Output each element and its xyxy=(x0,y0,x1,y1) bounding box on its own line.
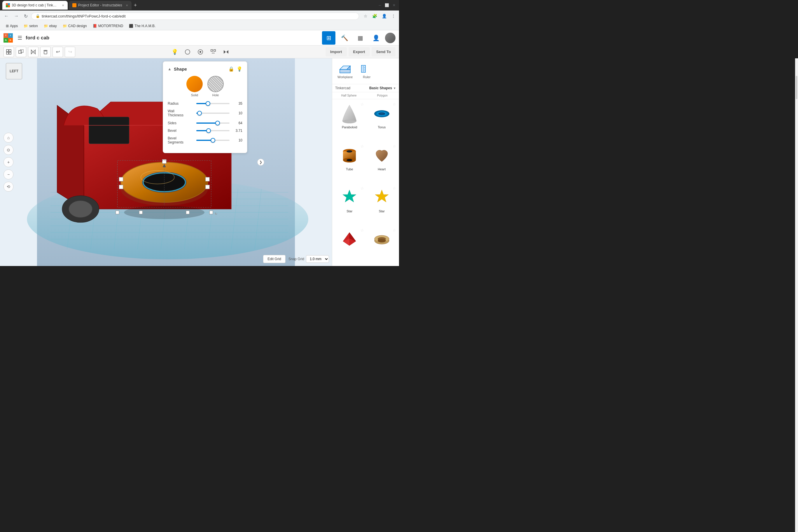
bevel-slider-row: Bevel 3.71 xyxy=(168,129,242,133)
icosahedron-shape-item[interactable]: ☆ xyxy=(334,227,365,264)
hammer-button[interactable]: 🔨 xyxy=(338,31,351,45)
star-button[interactable]: ☆ xyxy=(363,13,369,20)
star-gold-fav-star[interactable]: ☆ xyxy=(393,186,396,190)
icosahedron-fav-star[interactable]: ☆ xyxy=(361,228,364,232)
lock-icon[interactable]: 🔒 xyxy=(228,66,234,72)
workplane-button[interactable]: Workplane xyxy=(335,61,355,81)
tube-shape-item[interactable]: ☆ xyxy=(334,143,365,184)
logo-n: N xyxy=(3,38,8,43)
bevel-segments-slider[interactable] xyxy=(196,140,230,141)
bottom-controls: Edit Grid Snap Grid 1.0 mm 0.1 mm 0.5 mm… xyxy=(263,255,329,263)
extensions-button[interactable]: 🧩 xyxy=(371,13,378,20)
bookmark-motortrend[interactable]: 📕 MOTORTREND xyxy=(90,23,126,29)
profile-button[interactable]: 👤 xyxy=(381,13,388,20)
refresh-button[interactable]: ↻ xyxy=(22,12,30,20)
align-tool-button[interactable] xyxy=(208,46,219,57)
snap-grid-control: Snap Grid 1.0 mm 0.1 mm 0.5 mm 2.0 mm 5.… xyxy=(288,255,329,263)
left-controls: ⌂ ⊙ + − ⟲ xyxy=(3,133,14,192)
view-cube-face[interactable]: LEFT xyxy=(6,63,22,79)
logo-t: T xyxy=(3,33,8,38)
category-label: Basic Shapes xyxy=(369,86,392,90)
menu-icon[interactable]: ☰ xyxy=(18,35,22,41)
export-button[interactable]: Export xyxy=(348,47,370,56)
perspective-button[interactable]: ⟲ xyxy=(3,182,14,192)
flip-tool-button[interactable] xyxy=(221,46,232,57)
svg-marker-20 xyxy=(226,50,228,54)
star-teal-fav-star[interactable]: ☆ xyxy=(361,186,364,190)
torus-fav-star[interactable]: ☆ xyxy=(393,102,396,107)
group-button[interactable] xyxy=(3,47,14,57)
view-cube[interactable]: LEFT xyxy=(6,63,22,79)
tab-tinkercad[interactable]: 3D design ford c cab | Tinkercad ✕ xyxy=(2,1,68,10)
sides-slider[interactable] xyxy=(196,122,230,124)
delete-button[interactable] xyxy=(40,47,51,57)
mirror-button[interactable] xyxy=(28,47,38,57)
bookmark-ebay[interactable]: 📁 ebay xyxy=(41,23,59,29)
tube-fav-star[interactable]: ☆ xyxy=(361,144,364,149)
undo-button[interactable]: ↩ xyxy=(53,47,63,57)
panel-collapse-button[interactable]: ▲ xyxy=(168,67,171,71)
tab-close-tinkercad[interactable]: ✕ xyxy=(62,4,64,7)
torus-shape-item[interactable]: ☆ xyxy=(366,101,398,142)
minimize-button[interactable]: ─ xyxy=(377,2,382,8)
solid-shape-button[interactable]: Solid xyxy=(186,76,203,97)
svg-marker-84 xyxy=(343,190,356,202)
light-tool-button[interactable]: 💡 xyxy=(169,46,180,57)
half-sphere-item[interactable]: Half Sphere xyxy=(332,93,366,98)
heart-shape-item[interactable]: ☆ Heart xyxy=(366,143,398,184)
forward-button[interactable]: → xyxy=(12,12,20,20)
ruler-button[interactable]: Ruler xyxy=(358,61,375,81)
snap-grid-select[interactable]: 1.0 mm 0.1 mm 0.5 mm 2.0 mm 5.0 mm xyxy=(306,255,329,263)
maximize-button[interactable]: ⬜ xyxy=(383,2,390,8)
back-button[interactable]: ← xyxy=(2,12,11,20)
sendto-button[interactable]: Send To xyxy=(372,47,396,56)
tab-instructables[interactable]: Project Editor - Instructables ✕ xyxy=(69,1,132,10)
tab-close-instructables[interactable]: ✕ xyxy=(126,4,128,7)
light-panel-icon[interactable]: 💡 xyxy=(236,66,242,72)
viewport[interactable]: ↻ LEFT ⌂ ⊙ + − ⟲ ▲ xyxy=(0,58,332,266)
project-name[interactable]: ford c cab xyxy=(26,35,49,41)
heart-fav-star[interactable]: ☆ xyxy=(393,144,396,149)
ungroup-button[interactable] xyxy=(16,47,26,57)
zoom-in-button[interactable]: + xyxy=(3,157,14,167)
shape-tool1-button[interactable] xyxy=(182,46,193,57)
radius-slider[interactable] xyxy=(196,103,230,104)
zoom-out-button[interactable]: − xyxy=(3,169,14,179)
paraboloid-shape-item[interactable]: ☆ Parabolo xyxy=(334,101,365,142)
new-tab-button[interactable]: + xyxy=(133,1,138,10)
edit-grid-button[interactable]: Edit Grid xyxy=(263,255,286,263)
home-view-button[interactable]: ⌂ xyxy=(3,133,14,142)
shape-tool2-button[interactable] xyxy=(195,46,206,57)
user-avatar[interactable] xyxy=(385,33,396,43)
svg-rect-16 xyxy=(211,50,213,51)
address-bar[interactable]: 🔒 tinkercad.com/things/ltNPTvPowcJ-ford-… xyxy=(31,13,359,20)
star-teal-shape-item[interactable]: ☆ Star xyxy=(334,185,365,226)
workplane-ruler-buttons: Workplane Ruler xyxy=(335,61,375,81)
star-gold-shape-item[interactable]: ☆ Star xyxy=(366,185,398,226)
panel-toggle-button[interactable]: ❯ xyxy=(257,159,264,166)
bevel-slider[interactable] xyxy=(196,130,230,131)
svg-rect-57 xyxy=(162,159,166,164)
menu-button[interactable]: ⋮ xyxy=(390,13,397,20)
wall-thickness-slider[interactable] xyxy=(196,113,230,114)
ring-fav-star[interactable]: ☆ xyxy=(393,228,396,232)
bookmark-hamb[interactable]: ⬛ The H.A.M.B. xyxy=(127,23,158,29)
bevel-segments-label: BevelSegments xyxy=(168,136,194,145)
add-user-button[interactable]: 👤 xyxy=(369,31,383,45)
import-button[interactable]: Import xyxy=(325,47,346,56)
close-window-button[interactable]: ✕ xyxy=(392,2,397,8)
bookmark-cad[interactable]: 📁 CAD design xyxy=(60,23,89,29)
polygon-item[interactable]: Polygon xyxy=(366,93,399,98)
redo-button[interactable]: ↪ xyxy=(65,47,75,57)
layers-button[interactable]: ▦ xyxy=(354,31,367,45)
grid-view-button[interactable]: ⊞ xyxy=(322,31,336,45)
tinkercad-logo[interactable]: T I N K xyxy=(3,33,13,43)
bookmark-apps[interactable]: ⊞ Apps xyxy=(3,23,20,29)
category-dropdown-button[interactable]: Basic Shapes ▼ xyxy=(369,86,396,90)
fit-view-button[interactable]: ⊙ xyxy=(3,145,14,155)
hole-shape-button[interactable]: Hole xyxy=(207,76,224,97)
ring-shape-item[interactable]: ☆ xyxy=(366,227,398,264)
bookmark-seton[interactable]: 📁 seton xyxy=(21,23,40,29)
hole-label: Hole xyxy=(212,93,219,97)
paraboloid-fav-star[interactable]: ☆ xyxy=(361,102,364,107)
